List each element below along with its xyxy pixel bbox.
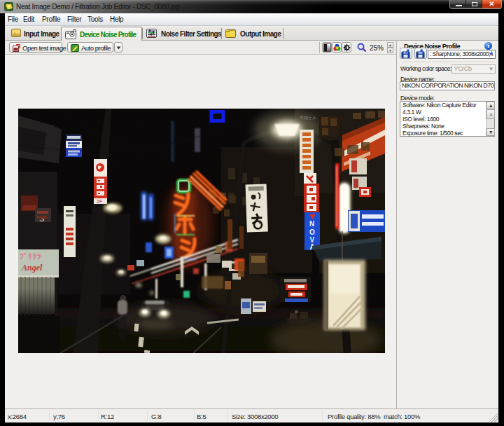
svg-text:中知ビル: 中知ビル [300,116,317,121]
svg-text:N: N [309,220,314,228]
svg-text:Angel: Angel [21,263,43,273]
svg-text:2F: 2F [97,199,102,204]
svg-text:O: O [309,228,315,236]
svg-text:ﾌﾟﾘｸﾗ: ﾌﾟﾘｸﾗ [20,252,42,261]
